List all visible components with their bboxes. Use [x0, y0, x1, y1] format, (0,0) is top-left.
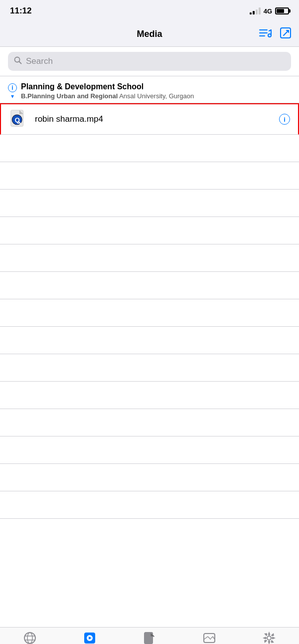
tab-media[interactable]: Media — [60, 632, 120, 644]
empty-row-5 — [0, 244, 299, 272]
tab-browser[interactable]: Browser — [0, 632, 60, 644]
empty-row-13 — [0, 464, 299, 491]
edit-icon[interactable] — [280, 27, 291, 41]
svg-line-29 — [211, 637, 213, 639]
svg-line-7 — [284, 31, 288, 35]
file-info-button[interactable]: i — [279, 114, 290, 125]
svg-point-18 — [27, 633, 32, 644]
section-header: i ▾ Planning & Development School B.Plan… — [0, 76, 299, 103]
section-subtitle: B.Planning Urban and Regional Ansal Univ… — [21, 92, 291, 100]
empty-row-9 — [0, 354, 299, 382]
search-container: Search — [0, 47, 299, 76]
empty-row-10 — [0, 382, 299, 409]
signal-bar-1 — [250, 12, 252, 14]
empty-row-7 — [0, 299, 299, 327]
svg-line-27 — [204, 637, 208, 640]
file-name: robin sharma.mp4 — [35, 114, 273, 124]
file-item[interactable]: Q robin sharma.mp4 i — [0, 103, 299, 135]
status-icons: 4G — [250, 7, 289, 15]
svg-point-31 — [267, 636, 271, 640]
svg-line-28 — [208, 637, 211, 640]
network-type: 4G — [264, 7, 272, 15]
tab-images[interactable]: Images — [179, 632, 239, 644]
status-bar: 11:12 4G — [0, 0, 299, 22]
images-icon — [203, 632, 216, 644]
browser-icon — [23, 632, 36, 644]
svg-point-17 — [24, 633, 35, 644]
empty-row-14 — [0, 491, 299, 519]
info-icon[interactable]: i — [8, 83, 17, 92]
empty-row-4 — [0, 217, 299, 244]
battery-fill — [277, 9, 284, 13]
empty-row-1 — [0, 135, 299, 162]
tab-settings[interactable]: Settings — [239, 632, 299, 644]
search-icon — [14, 56, 22, 66]
tab-other-files[interactable]: Other Files — [120, 632, 179, 644]
empty-row-12 — [0, 436, 299, 464]
signal-bar-3 — [256, 9, 258, 14]
status-time: 11:12 — [10, 6, 31, 16]
subtitle-university: Ansal University, Gurgaon — [119, 92, 194, 100]
signal-bar-2 — [253, 11, 255, 14]
nav-title: Media — [137, 29, 162, 39]
tab-bar: Browser Media Other Files — [0, 627, 299, 644]
content-area — [0, 135, 299, 644]
mp4-file-icon: Q — [9, 109, 28, 128]
playlist-icon[interactable] — [259, 27, 272, 41]
empty-row-6 — [0, 272, 299, 299]
subtitle-course: B.Planning Urban and Regional — [21, 92, 118, 100]
section-header-icons: i ▾ — [8, 83, 17, 99]
other-files-icon — [143, 632, 156, 644]
section-title: Planning & Development School — [21, 82, 291, 91]
settings-icon — [263, 632, 276, 644]
section-header-text: Planning & Development School B.Planning… — [21, 82, 291, 100]
empty-row-11 — [0, 409, 299, 436]
media-icon — [83, 632, 96, 644]
search-placeholder: Search — [26, 56, 53, 66]
signal-bars — [250, 7, 261, 14]
empty-row-8 — [0, 327, 299, 354]
nav-actions — [259, 27, 291, 41]
nav-header: Media — [0, 22, 299, 47]
battery-icon — [275, 7, 289, 14]
empty-row-3 — [0, 190, 299, 217]
search-bar[interactable]: Search — [8, 52, 291, 71]
signal-bar-4 — [259, 7, 261, 14]
svg-line-9 — [19, 62, 21, 64]
chevron-down-icon: ▾ — [11, 93, 14, 99]
remaining-space — [0, 519, 299, 644]
file-icon-container: Q — [9, 109, 29, 129]
empty-row-2 — [0, 162, 299, 190]
